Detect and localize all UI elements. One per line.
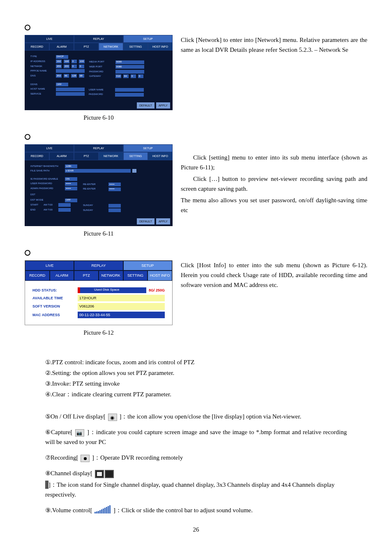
subtab-ptz[interactable]: PTZ	[74, 271, 99, 280]
input-service[interactable]	[56, 92, 85, 96]
subtab-network[interactable]: NETWORK	[99, 43, 123, 51]
screenshot-6-11-col: LIVE REPLAY SETUP RECORD ALARM PTZ NETWO…	[25, 144, 173, 246]
label-re2: RE-ENTER	[83, 187, 107, 191]
subtab-network[interactable]: NETWORK	[99, 152, 123, 160]
ip-seg[interactable]: 100	[79, 60, 85, 63]
subtab-alarm[interactable]: ALARM	[49, 152, 74, 160]
default-button[interactable]: DEFAULT	[137, 102, 154, 109]
input-apw[interactable]: ••••••	[65, 187, 77, 190]
input-dstmode[interactable]: OFF	[65, 199, 77, 202]
input-pw[interactable]	[115, 70, 144, 74]
label-pwen: IE PASSWORD ENABLE	[30, 177, 63, 181]
dns-seg[interactable]: 128	[71, 74, 77, 78]
subtab-hostinfo[interactable]: HOST INFO	[148, 43, 173, 51]
input-end[interactable]	[58, 208, 71, 212]
page-number: 26	[25, 525, 367, 534]
ip-seg[interactable]: 168	[64, 60, 70, 63]
section-setting: LIVE REPLAY SETUP RECORD ALARM PTZ NETWO…	[25, 144, 367, 246]
default-button[interactable]: DEFAULT	[137, 218, 154, 224]
grid-4-icon	[105, 470, 114, 478]
tab-live[interactable]: LIVE	[25, 261, 74, 271]
input-media[interactable]: 9000	[115, 60, 144, 64]
subtab-setting[interactable]: SETTING	[123, 271, 148, 280]
notes: ⑤On / Off Live display[ ]：the icon allow…	[45, 412, 347, 516]
ptz-list: ①.PTZ control: indicate focus, zoom and …	[45, 357, 367, 399]
label-start: START	[30, 203, 42, 207]
gw-seg[interactable]: 010	[115, 74, 122, 78]
subtab-network[interactable]: NETWORK	[99, 271, 123, 280]
ip-seg[interactable]: 0	[71, 60, 77, 63]
tab-setup[interactable]: SETUP	[123, 35, 173, 43]
gw-seg[interactable]: 0	[131, 74, 136, 78]
tab-replay[interactable]: REPLAY	[74, 261, 123, 271]
input-type[interactable]: DHCP	[56, 55, 68, 59]
input-bw[interactable]: 128K	[65, 164, 77, 168]
input-upw[interactable]: ••••••	[65, 182, 77, 186]
input-pppoe[interactable]	[56, 69, 85, 73]
subtab-ptz[interactable]: PTZ	[74, 43, 99, 51]
input-re1[interactable]: ••••••	[108, 183, 121, 186]
val-mac: 00-11-22-33-44-55	[78, 312, 165, 318]
tab-live[interactable]: LIVE	[25, 144, 74, 152]
sub-tabs: RECORD ALARM PTZ NETWORK SETTING HOST IN…	[25, 43, 173, 51]
label-media: MEDIA PORT	[89, 60, 114, 64]
input-pwen[interactable]: ON	[65, 177, 77, 181]
subtab-setting[interactable]: SETTING	[123, 152, 148, 160]
label-ddns: DDNS	[30, 83, 54, 87]
browse-button[interactable]: …	[132, 169, 136, 173]
tab-live[interactable]: LIVE	[25, 35, 74, 43]
note9-a: ⑨.Volume control[	[45, 507, 92, 513]
ip-seg[interactable]: 192	[56, 60, 62, 63]
input-ddns[interactable]: OFF	[56, 83, 68, 86]
mask-seg[interactable]: 255	[64, 65, 70, 68]
tab-replay[interactable]: REPLAY	[74, 35, 123, 43]
label-dst: DST	[30, 193, 63, 197]
dns-seg[interactable]: 202	[56, 74, 62, 78]
input-start-day[interactable]	[108, 204, 121, 208]
subtab-hostinfo[interactable]: HOST INFO	[148, 152, 173, 160]
note8-a: ⑧Channel display[	[45, 470, 92, 476]
subtab-alarm[interactable]: ALARM	[49, 43, 74, 51]
desc-6-10: Click [Network] to enter into [Network] …	[181, 35, 367, 56]
tab-replay[interactable]: REPLAY	[74, 144, 123, 152]
subtab-hostinfo[interactable]: HOST INFO	[148, 271, 172, 280]
dns-seg[interactable]: 68	[79, 74, 85, 78]
label-end: END	[30, 208, 42, 212]
input-re2[interactable]: ••••••	[108, 187, 121, 191]
dns-seg[interactable]: 96	[64, 74, 69, 78]
input-path[interactable]: c:\DVR	[65, 169, 131, 173]
label-start-day: SUNDAY	[83, 204, 107, 208]
record-icon	[81, 455, 90, 462]
input-start[interactable]	[58, 203, 71, 207]
label-re1: RE-ENTER	[83, 183, 107, 187]
subtab-record[interactable]: RECORD	[25, 271, 50, 280]
gw-seg[interactable]: 0	[138, 74, 144, 78]
gw-seg[interactable]: 84	[123, 74, 129, 78]
subtab-alarm[interactable]: ALARM	[50, 271, 74, 280]
val-avail: 172HOUR	[78, 295, 165, 301]
label-pw: PASSWORD	[89, 70, 114, 74]
desc-6-10-text: Click [Network] to enter into [Network] …	[181, 35, 367, 55]
mask-seg[interactable]: 255	[56, 65, 62, 68]
list-3: ③.Invoke: PTZ setting invoke	[45, 379, 367, 388]
input-end-day[interactable]	[108, 208, 121, 212]
label-netmask: NETMASK	[30, 65, 54, 69]
caption-6-10: Picture 6-10	[25, 113, 173, 123]
tab-setup[interactable]: SETUP	[123, 261, 172, 271]
subtab-setting[interactable]: SETTING	[123, 43, 148, 51]
input-user[interactable]	[115, 88, 144, 92]
mask-seg[interactable]: 0	[71, 65, 77, 68]
bullet-marker	[25, 25, 30, 30]
input-pw2[interactable]	[115, 93, 144, 97]
subtab-record[interactable]: RECORD	[25, 152, 49, 160]
screenshot-6-12: LIVE REPLAY SETUP RECORD ALARM PTZ NETWO…	[25, 260, 173, 325]
input-web[interactable]: 0080	[115, 65, 144, 69]
apply-button[interactable]: APPLY	[156, 102, 170, 109]
list-1: ①.PTZ control: indicate focus, zoom and …	[45, 357, 367, 367]
subtab-ptz[interactable]: PTZ	[74, 152, 99, 160]
apply-button[interactable]: APPLY	[156, 218, 170, 224]
subtab-record[interactable]: RECORD	[25, 43, 49, 51]
tab-setup[interactable]: SETUP	[123, 144, 173, 152]
mask-seg[interactable]: 0	[79, 65, 85, 68]
input-host[interactable]	[56, 88, 85, 91]
